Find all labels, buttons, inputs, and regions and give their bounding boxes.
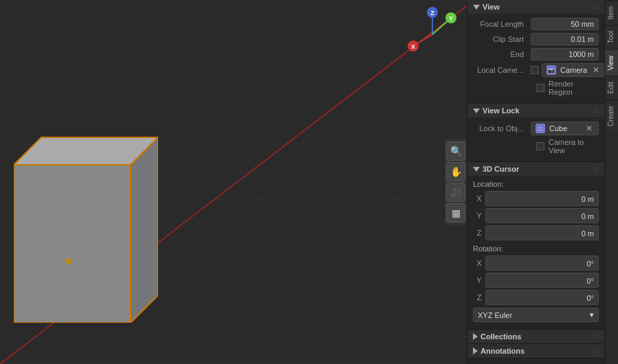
camera-to-view-row: Camera to View: [473, 138, 599, 155]
lock-to-obj-label: Lock to Obj...: [473, 124, 528, 133]
drag-dots-4: ::: [595, 333, 599, 340]
rotation-z-label: Z: [473, 293, 485, 302]
location-x-label: X: [473, 194, 485, 203]
view-lock-content: Lock to Obj... □ Cube ✕ Camera to View: [467, 117, 604, 161]
tab-item[interactable]: Item: [605, 0, 618, 25]
rotation-mode-dropdown[interactable]: XYZ Euler ▾: [473, 308, 599, 322]
drag-dots-3: ::: [595, 166, 599, 172]
rotation-z-row: Z 0°: [473, 290, 599, 305]
svg-marker-25: [131, 137, 158, 323]
tab-tool[interactable]: Tool: [605, 25, 618, 49]
camera-to-view-checkbox[interactable]: [536, 142, 544, 150]
lock-obj-name: Cube: [549, 124, 580, 133]
focal-length-row: Focal Length 50 mm: [473, 18, 599, 30]
view-section-content: Focal Length 50 mm Clip Start 0.01 m End…: [467, 14, 604, 103]
viewport-3d[interactable]: Z X Y 🔍 ✋ 🎥 ▦: [0, 0, 467, 364]
rotation-x-row: X 0°: [473, 255, 599, 271]
cube-object: [14, 110, 158, 323]
end-value[interactable]: 1000 m: [531, 48, 599, 60]
location-label: Location:: [473, 180, 599, 188]
camera-button[interactable]: 🎥: [446, 183, 465, 202]
svg-text:Z: Z: [430, 10, 434, 16]
camera-field[interactable]: 📷 Camera ✕: [542, 63, 604, 77]
pan-button[interactable]: ✋: [446, 162, 465, 181]
local-camera-label: Local Came...: [473, 66, 528, 74]
render-region-checkbox[interactable]: [536, 84, 544, 92]
rotation-x-value[interactable]: 0°: [485, 255, 599, 271]
render-region-row: Render Region: [473, 80, 599, 96]
cursor-section-content: Location: X 0 m Y 0 m Z 0 m Rotation: X …: [467, 176, 604, 329]
location-y-value[interactable]: 0 m: [485, 208, 599, 223]
drag-dots-2: ::: [595, 107, 599, 114]
rotation-mode-value: XYZ Euler: [478, 311, 512, 319]
end-label: End: [473, 50, 528, 58]
tab-create[interactable]: Create: [605, 100, 618, 132]
local-camera-checkbox[interactable]: [531, 66, 539, 74]
svg-point-26: [66, 258, 71, 264]
focal-length-label: Focal Length: [473, 20, 528, 28]
location-x-value[interactable]: 0 m: [485, 191, 599, 206]
cursor-collapse-icon: [473, 167, 480, 172]
svg-line-14: [192, 117, 323, 295]
camera-name: Camera: [560, 66, 587, 74]
location-z-label: Z: [473, 229, 485, 237]
dropdown-arrow: ▾: [590, 310, 594, 319]
render-region-label: Render Region: [549, 80, 599, 96]
drag-dots-5: ::: [595, 348, 599, 354]
lock-obj-clear-button[interactable]: ✕: [584, 124, 594, 133]
location-z-value[interactable]: 0 m: [485, 225, 599, 240]
rotation-label: Rotation:: [473, 244, 599, 253]
view-lock-collapse-icon: [473, 109, 480, 113]
cursor-section: 3D Cursor :: Location: X 0 m Y 0 m Z 0 m…: [467, 162, 604, 330]
collections-expand-icon: [473, 333, 478, 340]
svg-marker-23: [14, 165, 131, 323]
location-y-label: Y: [473, 212, 485, 220]
location-y-row: Y 0 m: [473, 208, 599, 223]
cursor-section-header[interactable]: 3D Cursor ::: [467, 162, 604, 176]
annotations-expand-icon: [473, 348, 478, 354]
view-collapse-icon: [473, 5, 480, 10]
right-panel: View :: Focal Length 50 mm Clip Start 0.…: [467, 0, 604, 364]
rotation-y-label: Y: [473, 276, 485, 284]
collections-section: Collections ::: [467, 330, 604, 344]
svg-line-15: [234, 117, 351, 295]
view-lock-section: View Lock :: Lock to Obj... □ Cube ✕ Cam…: [467, 104, 604, 162]
tab-edit[interactable]: Edit: [605, 76, 618, 99]
svg-line-18: [357, 117, 433, 295]
local-camera-row: Local Came... 📷 Camera ✕: [473, 63, 599, 77]
view-section-header[interactable]: View ::: [467, 0, 604, 14]
camera-icon: 📷: [547, 65, 556, 75]
svg-text:X: X: [411, 43, 415, 50]
location-z-row: Z 0 m: [473, 225, 599, 240]
collections-header[interactable]: Collections ::: [467, 330, 604, 343]
svg-line-16: [275, 117, 378, 295]
tab-view[interactable]: View: [605, 49, 618, 76]
view-lock-title: View Lock: [483, 106, 520, 115]
rotation-y-value[interactable]: 0°: [485, 273, 599, 288]
collections-title: Collections: [481, 332, 521, 341]
cube-icon: □: [536, 124, 545, 133]
rotation-mode-row: XYZ Euler ▾: [473, 308, 599, 322]
grid-button[interactable]: ▦: [446, 203, 465, 223]
clip-start-label: Clip Start: [473, 35, 528, 43]
svg-line-13: [151, 117, 296, 295]
annotations-title: Annotations: [481, 347, 525, 355]
right-tabs-panel: Item Tool View Edit Create: [604, 0, 618, 364]
lock-obj-field[interactable]: □ Cube ✕: [531, 122, 599, 135]
end-row: End 1000 m: [473, 48, 599, 60]
clip-start-value[interactable]: 0.01 m: [531, 33, 599, 45]
view-section: View :: Focal Length 50 mm Clip Start 0.…: [467, 0, 604, 104]
svg-line-17: [316, 117, 406, 295]
view-lock-header[interactable]: View Lock ::: [467, 104, 604, 117]
view-section-title: View: [483, 3, 500, 11]
annotations-section: Annotations ::: [467, 344, 604, 359]
camera-to-view-label: Camera to View: [549, 138, 599, 155]
zoom-button[interactable]: 🔍: [446, 141, 465, 161]
camera-clear-button[interactable]: ✕: [591, 65, 601, 75]
navigation-gizmo[interactable]: Z X Y: [405, 7, 460, 62]
location-x-row: X 0 m: [473, 191, 599, 206]
annotations-header[interactable]: Annotations ::: [467, 344, 604, 358]
focal-length-value[interactable]: 50 mm: [531, 18, 599, 30]
rotation-y-row: Y 0°: [473, 273, 599, 288]
rotation-z-value[interactable]: 0°: [485, 290, 599, 305]
